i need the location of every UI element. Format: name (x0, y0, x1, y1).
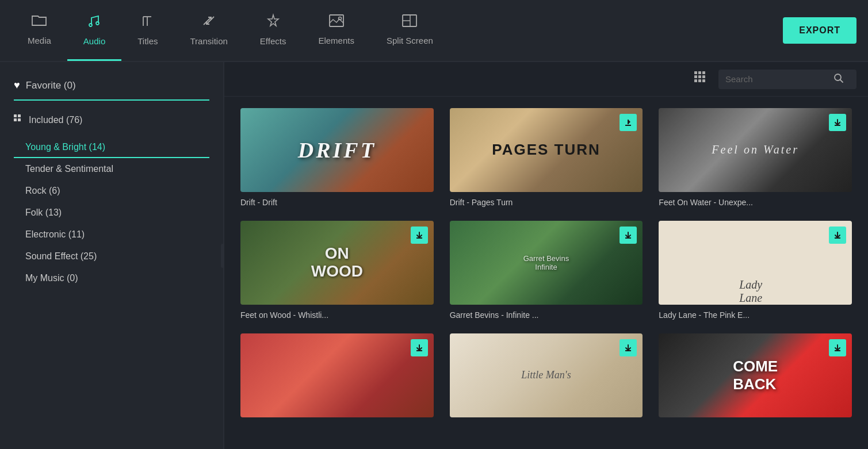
nav-label-elements: Elements (318, 36, 354, 45)
grid-label-3: Feet On Water - Unexpe... (659, 198, 852, 207)
nav-item-transition[interactable]: Transition (174, 0, 244, 61)
export-button[interactable]: EXPORT (783, 17, 856, 44)
sidebar-item-my-music[interactable]: My Music (0) (14, 267, 209, 289)
nav-item-split-screen[interactable]: Split Screen (370, 0, 449, 61)
thumb-text-5: Garret BevinsInfinite (523, 254, 569, 271)
sidebar-item-my-music-label: My Music (0) (25, 273, 78, 283)
thumb-text-3: Feel on Water (712, 143, 799, 156)
transition-icon (201, 13, 217, 32)
sidebar: ♥ Favorite (0) Included (76) Young & Bri… (0, 62, 224, 449)
grid-label-6: Lady Lane - The Pink E... (659, 310, 852, 320)
media-icon (31, 14, 47, 31)
download-badge-4[interactable] (411, 227, 428, 244)
grid-thumb-2: PAGES TURN (450, 108, 643, 192)
nav-label-titles: Titles (137, 36, 158, 46)
thumb-overlay-1: DRIFT (240, 108, 434, 192)
grid-item-drift-pages[interactable]: PAGES TURN Drift - Pages Turn (450, 108, 643, 207)
nav-label-split-screen: Split Screen (387, 36, 433, 45)
sidebar-item-rock[interactable]: Rock (6) (14, 180, 209, 202)
thumb-overlay-8: Little Man's (450, 333, 643, 417)
svg-rect-16 (702, 71, 705, 74)
sidebar-section: ♥ Favorite (0) Included (76) Young & Bri… (0, 74, 223, 289)
sidebar-item-tender[interactable]: Tender & Sentimental (14, 158, 209, 180)
grid-dots-icon (14, 114, 23, 126)
search-box (718, 70, 856, 89)
sidebar-included-header[interactable]: Included (76) (14, 114, 209, 126)
grid-item-drift-drift[interactable]: DRIFT Drift - Drift (240, 108, 434, 207)
grid-item-garret[interactable]: Garret BevinsInfinite Garret Bevins - In… (450, 221, 643, 320)
nav-label-effects: Effects (260, 36, 286, 46)
download-badge-9[interactable] (829, 339, 846, 356)
grid-thumb-7 (240, 333, 434, 417)
download-badge-6[interactable] (829, 227, 846, 244)
search-input[interactable] (725, 74, 829, 84)
thumb-overlay-4: ONWOOD (240, 221, 434, 305)
grid-view-button[interactable] (690, 69, 712, 89)
sidebar-item-young-bright[interactable]: Young & Bright (14) (14, 136, 209, 158)
svg-rect-20 (694, 79, 697, 82)
nav-item-titles[interactable]: Titles (121, 0, 174, 61)
content-toolbar (224, 62, 868, 97)
included-label: Included (76) (29, 115, 82, 125)
grid-label-1: Drift - Drift (240, 198, 434, 207)
download-badge-8[interactable] (620, 339, 637, 356)
thumb-overlay-6: LadyLane (659, 221, 852, 305)
svg-rect-12 (14, 118, 17, 121)
grid-item-lady-lane[interactable]: LadyLane Lady Lane - The Pink E... (659, 221, 852, 320)
sidebar-item-sound-effect-label: Sound Effect (25) (25, 251, 97, 261)
svg-rect-19 (702, 75, 705, 78)
sidebar-item-young-bright-label: Young & Bright (14) (25, 142, 105, 152)
sidebar-item-folk-label: Folk (13) (25, 208, 62, 217)
content-grid: DRIFT Drift - Drift PAGES TURN Drift - P… (224, 97, 868, 449)
effects-icon (265, 13, 281, 32)
sidebar-favorite[interactable]: ♥ Favorite (0) (14, 74, 209, 101)
sidebar-collapse-button[interactable]: ◀ (221, 244, 224, 268)
thumb-text-2: PAGES TURN (492, 141, 601, 159)
nav-label-audio: Audio (83, 36, 105, 46)
svg-line-24 (840, 79, 843, 82)
svg-rect-14 (694, 71, 697, 74)
grid-item-8[interactable]: Little Man's (450, 333, 643, 423)
svg-rect-15 (698, 71, 701, 74)
download-badge-7[interactable] (411, 339, 428, 356)
nav-item-elements[interactable]: Elements (302, 0, 370, 61)
svg-rect-11 (18, 114, 21, 117)
svg-rect-22 (702, 79, 705, 82)
sidebar-item-folk[interactable]: Folk (13) (14, 202, 209, 224)
thumb-text-8: Little Man's (521, 369, 571, 381)
svg-point-6 (338, 17, 341, 20)
thumb-overlay-5: Garret BevinsInfinite (450, 221, 643, 305)
download-badge-3[interactable] (829, 114, 846, 131)
audio-icon (87, 13, 102, 32)
grid-label-5: Garret Bevins - Infinite ... (450, 310, 643, 320)
grid-thumb-5: Garret BevinsInfinite (450, 221, 643, 305)
search-icon[interactable] (833, 73, 844, 86)
grid-item-feet-water[interactable]: Feel on Water Feet On Water - Unexpe... (659, 108, 852, 207)
grid-label-2: Drift - Pages Turn (450, 198, 643, 207)
grid-item-7[interactable] (240, 333, 434, 423)
svg-rect-10 (14, 114, 17, 117)
nav-item-effects[interactable]: Effects (244, 0, 303, 61)
thumb-text-1: DRIFT (298, 137, 376, 163)
svg-rect-21 (698, 79, 701, 82)
svg-point-0 (89, 24, 92, 26)
nav-item-media[interactable]: Media (12, 0, 67, 61)
grid-thumb-3: Feel on Water (659, 108, 852, 192)
nav-item-audio[interactable]: Audio (67, 0, 121, 61)
grid-item-feet-wood[interactable]: ONWOOD Feet on Wood - Whistli... (240, 221, 434, 320)
favorite-label: Favorite (0) (26, 80, 76, 91)
svg-point-1 (96, 22, 99, 25)
sidebar-item-tender-label: Tender & Sentimental (25, 164, 113, 174)
download-badge-5[interactable] (620, 227, 637, 244)
sidebar-item-sound-effect[interactable]: Sound Effect (25) (14, 245, 209, 267)
sidebar-item-electronic[interactable]: Electronic (11) (14, 224, 209, 245)
thumb-overlay-9: COMEBACK (659, 333, 852, 417)
grid-thumb-1: DRIFT (240, 108, 434, 192)
download-badge-2[interactable] (620, 114, 637, 131)
top-nav: Media Audio Titles (0, 0, 868, 62)
thumb-text-4: ONWOOD (311, 245, 363, 281)
thumb-text-9: COMEBACK (733, 358, 778, 393)
heart-icon: ♥ (14, 79, 20, 91)
grid-thumb-9: COMEBACK (659, 333, 852, 417)
grid-item-9[interactable]: COMEBACK (659, 333, 852, 423)
